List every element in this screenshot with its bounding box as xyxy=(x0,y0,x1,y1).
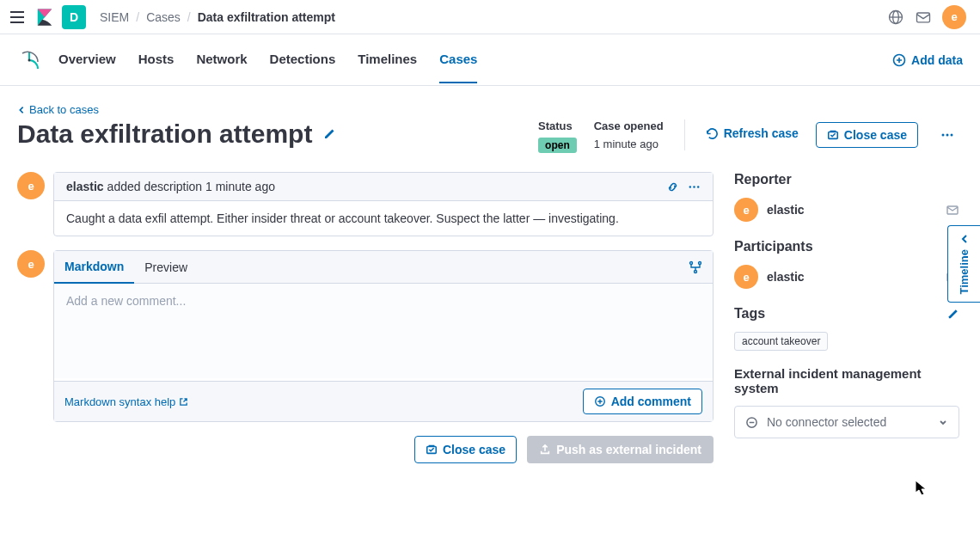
svg-point-13 xyxy=(699,261,701,264)
editor-avatar: e xyxy=(17,250,45,278)
status-badge: open xyxy=(538,138,577,153)
editor-tab-preview[interactable]: Preview xyxy=(134,252,198,283)
tab-hosts[interactable]: Hosts xyxy=(138,36,175,83)
svg-point-12 xyxy=(690,261,693,264)
timeline-flyout-label: Timeline xyxy=(958,249,971,295)
tab-cases[interactable]: Cases xyxy=(439,36,477,83)
close-case-label: Close case xyxy=(844,128,907,142)
reporter-name: elastic xyxy=(767,203,805,217)
svg-point-3 xyxy=(28,58,31,61)
svg-point-9 xyxy=(689,186,691,187)
user-avatar[interactable]: e xyxy=(942,5,966,29)
connector-select[interactable]: No connector selected xyxy=(734,406,959,438)
app-tabs: Overview Hosts Network Detections Timeli… xyxy=(58,36,477,83)
opened-block: Case opened 1 minute ago xyxy=(594,119,664,150)
breadcrumb-item[interactable]: SIEM xyxy=(100,10,129,24)
tab-overview[interactable]: Overview xyxy=(58,36,116,83)
add-comment-label: Add comment xyxy=(611,395,691,408)
space-badge[interactable]: D xyxy=(62,5,86,29)
reporter-row: e elastic xyxy=(734,198,959,222)
editor-tab-markdown[interactable]: Markdown xyxy=(54,251,134,284)
back-label: Back to cases xyxy=(29,103,99,116)
close-case-bottom-label: Close case xyxy=(443,443,505,456)
comment-editor: Markdown Preview Markdown syntax help xyxy=(53,250,714,422)
svg-point-14 xyxy=(695,270,697,272)
tags-heading: Tags xyxy=(734,306,959,321)
timeline-flyout-tab[interactable]: Timeline xyxy=(947,225,980,303)
svg-rect-2 xyxy=(917,13,930,22)
chevron-down-icon xyxy=(938,417,948,427)
participant-name: elastic xyxy=(767,270,805,284)
markdown-help-link[interactable]: Markdown syntax help xyxy=(64,395,188,408)
edit-title-icon[interactable] xyxy=(322,127,336,141)
top-chrome: D SIEM / Cases / Data exfiltration attem… xyxy=(0,0,980,34)
insert-timeline-icon[interactable] xyxy=(678,254,713,281)
status-label: Status xyxy=(538,119,577,132)
comment-avatar: e xyxy=(17,172,45,199)
svg-point-10 xyxy=(693,186,695,187)
reporter-heading: Reporter xyxy=(734,172,959,187)
tab-timelines[interactable]: Timelines xyxy=(358,36,417,83)
tab-detections[interactable]: Detections xyxy=(270,36,336,83)
svg-point-8 xyxy=(951,134,953,137)
description-card: elastic added description 1 minute ago C… xyxy=(53,172,714,236)
participants-heading: Participants xyxy=(734,239,959,254)
breadcrumb-item[interactable]: Cases xyxy=(146,10,181,24)
refresh-label: Refresh case xyxy=(724,126,799,140)
app-nav: Overview Hosts Network Detections Timeli… xyxy=(0,34,980,86)
breadcrumb-current: Data exfiltration attempt xyxy=(198,10,335,24)
tag-pill: account takeover xyxy=(734,332,828,351)
svg-point-11 xyxy=(697,186,699,187)
opened-label: Case opened xyxy=(594,119,664,132)
close-case-button[interactable]: Close case xyxy=(816,122,918,148)
reporter-avatar: e xyxy=(734,198,758,222)
menu-toggle-icon[interactable] xyxy=(7,7,28,28)
back-to-cases-link[interactable]: Back to cases xyxy=(17,103,959,116)
tab-network[interactable]: Network xyxy=(196,36,247,83)
participant-avatar: e xyxy=(734,265,758,289)
copy-link-icon[interactable] xyxy=(666,181,679,193)
reporter-mail-icon[interactable] xyxy=(946,203,959,217)
desc-user: elastic xyxy=(66,180,104,193)
svg-point-6 xyxy=(942,134,945,137)
kibana-logo-icon[interactable] xyxy=(34,7,55,28)
close-case-button-bottom[interactable]: Close case xyxy=(414,436,517,463)
siem-app-icon xyxy=(17,48,41,72)
connector-label: No connector selected xyxy=(767,415,886,429)
status-block: Status open xyxy=(538,119,577,151)
mail-icon[interactable] xyxy=(915,9,932,26)
newsfeed-icon[interactable] xyxy=(887,9,904,26)
case-actions-icon[interactable] xyxy=(935,119,959,147)
push-external-label: Push as external incident xyxy=(556,443,701,456)
breadcrumb: SIEM / Cases / Data exfiltration attempt xyxy=(100,10,335,24)
md-help-label: Markdown syntax help xyxy=(64,395,175,408)
desc-action: added description 1 minute ago xyxy=(107,180,275,193)
desc-actions-icon[interactable] xyxy=(688,181,701,193)
add-comment-button[interactable]: Add comment xyxy=(583,389,702,414)
push-external-button: Push as external incident xyxy=(527,436,714,463)
comment-textarea[interactable] xyxy=(54,284,713,378)
add-data-button[interactable]: Add data xyxy=(892,53,963,67)
add-data-label: Add data xyxy=(911,53,963,67)
description-text: Caught a data exfil attempt. Either insi… xyxy=(54,201,713,236)
participant-row: e elastic xyxy=(734,265,959,289)
opened-value: 1 minute ago xyxy=(594,138,664,150)
edit-tags-icon[interactable] xyxy=(946,308,959,321)
page-title: Data exfiltration attempt xyxy=(17,119,336,149)
external-system-heading: External incident management system xyxy=(734,366,959,395)
refresh-case-button[interactable]: Refresh case xyxy=(706,119,799,140)
svg-point-7 xyxy=(946,134,949,137)
